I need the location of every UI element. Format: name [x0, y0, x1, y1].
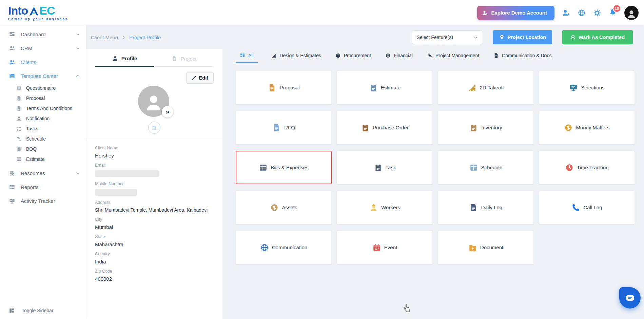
location-pin-icon — [499, 35, 505, 40]
feature-card-label: Time Tracking — [577, 165, 609, 170]
communication-docs-icon — [493, 53, 499, 58]
project-location-button[interactable]: Project Location — [493, 30, 552, 44]
field-value: India — [95, 259, 214, 264]
feature-card-label: Inventory — [481, 125, 502, 130]
feature-card-label: Task — [386, 165, 396, 170]
feature-card-2d-takeoff[interactable]: 2D Takeoff — [438, 71, 534, 104]
feature-card-communication[interactable]: Communication — [236, 231, 332, 264]
mark-as-completed-button[interactable]: Mark As Completed — [562, 30, 633, 44]
sidebar-item-schedule[interactable]: Schedule — [0, 134, 86, 144]
sidebar-item-questionnaire[interactable]: Questionnaire — [0, 83, 86, 93]
client-avatar-zone: » — [138, 86, 171, 117]
feature-card-label: Purchase Order — [373, 125, 409, 130]
sidebar-item-boq[interactable]: BOQ — [0, 144, 86, 154]
feature-card-daily-log[interactable]: Daily Log — [438, 191, 534, 224]
expand-panel-button[interactable]: » — [162, 106, 173, 118]
sidebar-item-resources[interactable]: Resources — [0, 166, 86, 180]
tab-design-estimates[interactable]: Design & Estimates — [271, 51, 322, 63]
field-label: Mobile Number — [95, 182, 214, 186]
field-label: City — [95, 217, 214, 222]
pencil-icon — [192, 76, 196, 80]
feature-card-time-tracking[interactable]: Time Tracking — [539, 151, 635, 184]
delete-avatar-button[interactable] — [148, 122, 160, 134]
client-profile-panel: Profile Project Edit » — [86, 49, 222, 319]
feature-card-rfq[interactable]: RFQ — [236, 111, 332, 144]
sidebar-item-dashboard[interactable]: Dashboard — [0, 27, 86, 41]
field-mobile-number: Mobile Number — [95, 182, 214, 196]
sidebar-subitem-label: Questionnaire — [26, 85, 56, 91]
tab-all[interactable]: All — [236, 51, 258, 63]
event-calendar-icon — [372, 243, 381, 252]
features-section: All Design & Estimates Procurement Finan… — [222, 49, 644, 319]
profile-person-icon — [112, 56, 118, 61]
main-content: Client Menu Project Profile Select Featu… — [86, 25, 644, 319]
money-matters-icon — [564, 123, 573, 132]
field-value: Mumbai — [95, 224, 214, 230]
tab-project-management[interactable]: Project Management — [426, 51, 480, 63]
sidebar-item-template-center[interactable]: Template Center — [0, 69, 86, 83]
feature-card-event[interactable]: Event — [337, 231, 433, 264]
feature-card-assets[interactable]: Assets — [236, 191, 332, 224]
user-avatar[interactable] — [624, 6, 639, 20]
tab-financial[interactable]: Financial — [385, 51, 413, 63]
feature-card-inventory[interactable]: Inventory — [438, 111, 534, 144]
toggle-sidebar-button[interactable]: Toggle Sidebar — [0, 302, 86, 319]
feature-card-selections[interactable]: Selections — [539, 71, 635, 104]
demo-user-icon — [482, 10, 488, 16]
feature-card-document[interactable]: Document — [438, 231, 534, 264]
feature-card-label: Selections — [581, 85, 604, 90]
add-user-icon[interactable] — [562, 9, 570, 17]
feature-card-label: Schedule — [481, 165, 503, 170]
chevron-right-icon — [121, 35, 126, 40]
feature-card-purchase-order[interactable]: Purchase Order — [337, 111, 433, 144]
redacted-email-bar — [95, 170, 159, 177]
feature-card-proposal[interactable]: Proposal — [236, 71, 332, 104]
tab-communication-docs[interactable]: Communication & Docs — [493, 51, 552, 63]
tab-procurement[interactable]: Procurement — [335, 51, 372, 63]
sidebar-item-activity-tracker[interactable]: Activity Tracker — [0, 194, 86, 208]
field-address: Address Shri Mumbadevi Temple, Mumbadevi… — [95, 200, 214, 213]
chat-widget-button[interactable] — [619, 287, 641, 309]
feature-card-label: RFQ — [284, 125, 295, 130]
sidebar-item-proposal[interactable]: Proposal — [0, 93, 86, 103]
breadcrumb-project-profile[interactable]: Project Profile — [129, 35, 161, 40]
edit-button[interactable]: Edit — [186, 72, 214, 84]
feature-card-label: 2D Takeoff — [480, 85, 504, 90]
sidebar-item-tasks[interactable]: Tasks — [0, 124, 86, 134]
feature-card-bills-expenses[interactable]: Bills & Expenses — [236, 151, 332, 184]
crm-people-icon — [9, 45, 15, 51]
sidebar-item-crm[interactable]: CRM — [0, 41, 86, 55]
app-logo[interactable]: Into EC Power up your Business — [8, 5, 68, 21]
estimate-icon — [369, 83, 378, 92]
notification-count-badge: 10 — [613, 4, 621, 13]
notifications-bell[interactable]: 10 — [609, 8, 617, 18]
feature-card-estimate[interactable]: Estimate — [337, 71, 433, 104]
feature-card-task[interactable]: Task — [337, 151, 433, 184]
tab-profile[interactable]: Profile — [95, 51, 154, 67]
sidebar-item-notification[interactable]: Notification — [0, 113, 86, 124]
breadcrumb-client-menu[interactable]: Client Menu — [91, 35, 118, 40]
feature-card-money-matters[interactable]: Money Matters — [539, 111, 635, 144]
select-features-value: Select Feature(s) — [417, 35, 453, 40]
globe-icon[interactable] — [578, 9, 586, 17]
tab-profile-label: Profile — [121, 56, 137, 61]
chat-bubble-icon — [625, 293, 635, 303]
settings-gear-icon[interactable] — [593, 9, 601, 17]
sidebar-subitem-label: Terms And Conditions — [26, 106, 72, 111]
explore-demo-account-button[interactable]: Explore Demo Account — [477, 6, 554, 20]
tab-project[interactable]: Project — [154, 51, 214, 67]
sidebar-item-estimate[interactable]: Estimate — [0, 154, 86, 164]
estimate-table-icon — [16, 156, 22, 162]
select-features-dropdown[interactable]: Select Feature(s) — [412, 30, 483, 44]
divider — [86, 140, 222, 140]
feature-card-workers[interactable]: Workers — [337, 191, 433, 224]
feature-card-label: Document — [480, 244, 503, 250]
call-log-phone-icon — [571, 203, 580, 212]
sidebar-item-terms-and-conditions[interactable]: Terms And Conditions — [0, 103, 86, 113]
questionnaire-icon — [16, 85, 22, 91]
mark-as-completed-label: Mark As Completed — [579, 35, 625, 40]
sidebar-item-reports[interactable]: Reports — [0, 180, 86, 194]
feature-card-call-log[interactable]: Call Log — [539, 191, 635, 224]
feature-card-schedule[interactable]: Schedule — [438, 151, 534, 184]
sidebar-item-clients[interactable]: Clients — [0, 55, 86, 69]
